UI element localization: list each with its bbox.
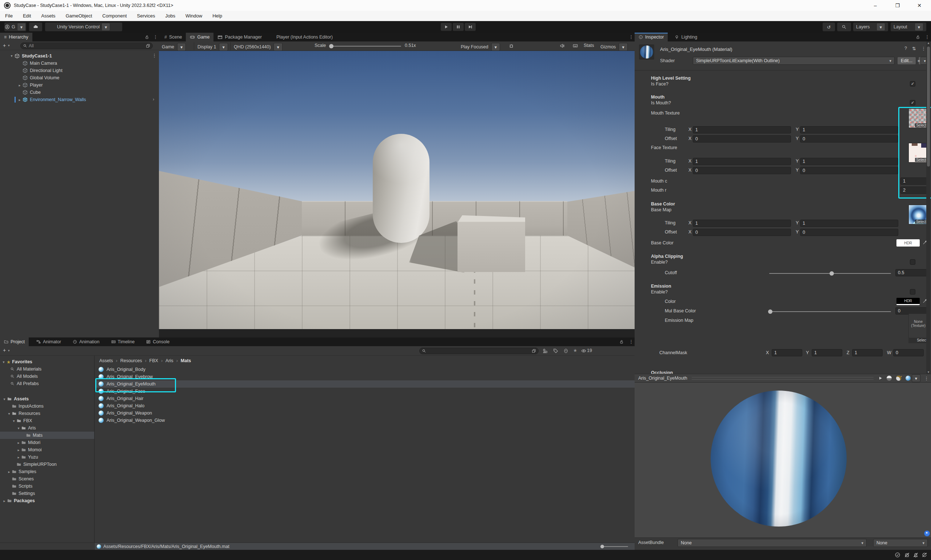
tab-project[interactable]: Project (0, 337, 29, 346)
folder-inputactions[interactable]: InputActions (0, 403, 94, 410)
tab-inspector[interactable]: Inspector (635, 33, 668, 42)
folder-fbx[interactable]: ▾FBX (0, 417, 94, 425)
asset-aris-original-eyebrow[interactable]: Aris_Original_Eyebrow (95, 373, 635, 380)
folder-resources[interactable]: ▾Resources (0, 410, 94, 417)
scrollbar-thumb[interactable] (927, 46, 930, 166)
cutoff-field[interactable]: 0.5 (896, 269, 928, 276)
search-by-type-icon[interactable] (543, 348, 548, 354)
presets-icon[interactable]: ⇅ (912, 46, 916, 51)
undo-history-button[interactable]: ↺ (823, 23, 835, 31)
folder-mats[interactable]: Mats (0, 432, 94, 439)
folder-momoi[interactable]: ▸Momoi (0, 446, 94, 454)
channelmask-x-field[interactable]: 1 (772, 349, 802, 356)
folder-scenes[interactable]: Scenes (0, 475, 94, 483)
material-menu-icon[interactable]: ⋮ (921, 46, 926, 51)
scale-slider[interactable] (330, 46, 401, 46)
thumbnail-size-knob[interactable] (600, 545, 604, 548)
face-texture-thumbnail[interactable]: Select (908, 143, 928, 163)
assetbundle-variant-dropdown[interactable]: None▾ (873, 539, 928, 547)
prefab-open-chevron[interactable]: › (153, 97, 154, 102)
favorites-item-all-prefabs[interactable]: All Prefabs (0, 380, 94, 387)
folder-midori[interactable]: ▸Midori (0, 439, 94, 446)
mul-base-color-slider[interactable] (769, 311, 891, 312)
is-face-checkbox[interactable]: ✓ (910, 81, 916, 86)
folder-simpleurptoon[interactable]: SimpleURPToon (0, 461, 94, 468)
tab-lighting[interactable]: Lighting (671, 33, 701, 42)
hierarchy-search-input[interactable]: All (20, 43, 153, 49)
game-panel-menu-icon[interactable]: ⋮ (629, 34, 634, 40)
breadcrumb-mats[interactable]: Mats (181, 358, 191, 363)
asset-aris-original-body[interactable]: Aris_Original_Body (95, 366, 635, 373)
menu-component[interactable]: Component (97, 11, 132, 18)
game-viewport[interactable] (159, 51, 635, 329)
favorites-item-all-models[interactable]: All Models (0, 373, 94, 380)
tab-console[interactable]: Console (142, 337, 174, 346)
shader-dropdown[interactable]: SimpleURPToonLitExample(With Outline)▾ (693, 57, 895, 65)
base-offset-x-field[interactable]: 0 (693, 229, 791, 236)
tab-hierarchy[interactable]: ≡ Hierarchy (0, 33, 32, 42)
channelmask-z-field[interactable]: 1 (852, 349, 883, 356)
cloud-button[interactable] (29, 23, 42, 31)
foldout-icon[interactable]: ▸ (17, 83, 22, 87)
notifications-muted-icon[interactable] (913, 552, 919, 558)
lock-icon[interactable] (916, 35, 920, 39)
hierarchy-item-cube[interactable]: Cube (0, 89, 159, 96)
material-preview-area[interactable]: ● (635, 383, 931, 537)
asset-aris-original-halo[interactable]: Aris_Original_Halo (95, 402, 635, 409)
foldout-icon[interactable]: ▸ (2, 499, 6, 503)
tab-scene[interactable]: # Scene (160, 33, 186, 42)
breadcrumb-aris[interactable]: Aris (165, 358, 174, 363)
favorites-star-icon[interactable]: ★ (573, 348, 577, 353)
channelmask-y-field[interactable]: 1 (812, 349, 842, 356)
mul-base-color-knob[interactable] (768, 309, 772, 314)
menu-gameobject[interactable]: GameObject (60, 11, 97, 18)
breadcrumb-fbx[interactable]: FBX (149, 358, 158, 363)
hidden-count-eye-icon[interactable] (581, 348, 586, 354)
hierarchy-item-directional-light[interactable]: Directional Light (0, 67, 159, 74)
create-asset-button[interactable]: + (3, 347, 6, 353)
lock-icon[interactable] (145, 35, 149, 39)
menu-assets[interactable]: Assets (36, 11, 60, 18)
scroll-up-icon[interactable]: ▲ (927, 42, 930, 45)
cutoff-slider-knob[interactable] (829, 271, 834, 275)
foldout-icon[interactable]: ▾ (2, 360, 6, 364)
foldout-icon[interactable]: ▸ (16, 441, 21, 445)
minimize-button[interactable]: – (867, 0, 884, 11)
is-mouth-checkbox[interactable]: ✓ (910, 100, 916, 105)
emission-map-select-button[interactable]: Select (908, 338, 928, 343)
mouth-r-field[interactable]: 2 (900, 186, 928, 194)
emission-map-box[interactable]: None (Texture) (908, 314, 928, 338)
menu-help[interactable]: Help (207, 11, 227, 18)
preview-shape-icon[interactable] (886, 375, 892, 381)
scene-menu-icon[interactable]: ⋮ (152, 53, 157, 58)
alert-icon[interactable] (563, 348, 568, 354)
breadcrumb-resources[interactable]: Resources (120, 358, 142, 363)
mouth-offset-y-field[interactable]: 0 (800, 135, 898, 143)
compile-ok-icon[interactable] (895, 552, 900, 558)
face-offset-y-field[interactable]: 0 (800, 167, 898, 174)
folder-settings[interactable]: Settings (0, 490, 94, 497)
restore-button[interactable]: ❐ (889, 0, 906, 11)
folder-scripts[interactable]: Scripts (0, 483, 94, 490)
asset-aris-original-weapon[interactable]: Aris_Original_Weapon (95, 409, 635, 417)
asset-aris-original-face[interactable]: Aris_Original_Face (95, 388, 635, 395)
base-color-swatch[interactable]: HDR (896, 239, 920, 246)
breadcrumb-assets[interactable]: Assets (99, 358, 113, 363)
hierarchy-item-player[interactable]: ▸Player (0, 82, 159, 89)
preview-light-icon[interactable]: • (896, 375, 901, 381)
menu-edit[interactable]: Edit (18, 11, 36, 18)
foldout-icon[interactable]: ▸ (16, 455, 21, 459)
foldout-icon[interactable]: ▾ (2, 397, 6, 401)
debugger-disabled-icon[interactable] (904, 552, 910, 558)
face-offset-x-field[interactable]: 0 (693, 167, 791, 174)
search-button[interactable] (837, 23, 851, 31)
tab-timeline[interactable]: Timeline (107, 337, 139, 346)
favorites-header[interactable]: ▾ ★ Favorites (0, 358, 94, 365)
scroll-down-icon[interactable]: ▼ (927, 371, 930, 374)
emission-color-swatch[interactable]: HDR (896, 298, 920, 305)
notification-badge[interactable]: ● (924, 531, 930, 536)
hierarchy-item-environment-narrow-walls[interactable]: ▸Environment_Narrow_Walls› (0, 96, 159, 103)
preview-menu-icon[interactable]: ⋮ (924, 375, 929, 381)
preview-drag-handle[interactable] (692, 377, 874, 380)
inspector-scrollbar[interactable]: ▲ ▼ (926, 42, 930, 374)
